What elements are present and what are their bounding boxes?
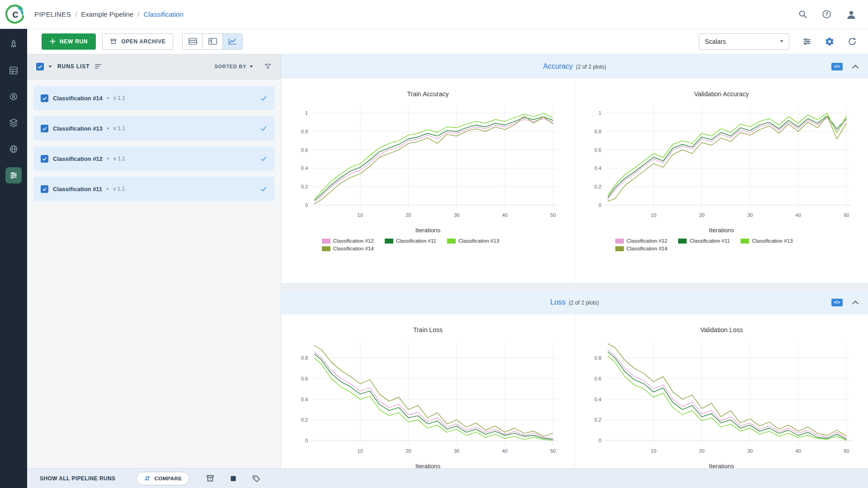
- metric-view-select[interactable]: Scalars: [699, 33, 789, 50]
- svg-text:10: 10: [651, 212, 656, 218]
- section-title: Loss: [550, 298, 566, 306]
- run-name: Classification #12: [53, 155, 103, 162]
- plot-area[interactable]: 102030405000.20.40.60.81: [290, 101, 566, 226]
- legend-item[interactable]: Classification #12: [322, 238, 374, 244]
- legend-label: Classification #11: [396, 238, 436, 244]
- legend-swatch: [678, 239, 687, 244]
- legend-label: Classification #14: [627, 246, 667, 251]
- sorted-by-caret-icon: [250, 66, 253, 68]
- run-item[interactable]: Classification #12 v 1.1: [33, 146, 274, 171]
- avatar-icon: [845, 9, 857, 20]
- archive-icon: [110, 38, 117, 45]
- rail-item-datasets[interactable]: [5, 115, 22, 131]
- series-line: [608, 343, 846, 436]
- open-archive-button[interactable]: OPEN ARCHIVE: [102, 33, 173, 50]
- show-all-pipeline-runs-link[interactable]: SHOW ALL PIPELINE RUNS: [40, 475, 115, 482]
- legend-item[interactable]: Classification #14: [322, 246, 374, 251]
- rail-item-reports[interactable]: [5, 62, 22, 79]
- rail-item-hyper-datasets[interactable]: [5, 141, 22, 157]
- clearml-logo[interactable]: C: [4, 5, 27, 24]
- check-icon: [42, 156, 47, 161]
- table-view-toggle[interactable]: [183, 34, 203, 49]
- run-item[interactable]: Classification #14 v 1.1: [33, 86, 274, 110]
- auto-refresh-button[interactable]: [847, 37, 857, 47]
- column-settings-icon[interactable]: [94, 63, 102, 70]
- svg-text:0: 0: [599, 202, 601, 208]
- run-checkbox[interactable]: [41, 155, 48, 163]
- collapse-chevron-icon[interactable]: [852, 300, 859, 305]
- breadcrumb-current: Classification: [143, 10, 183, 18]
- legend-item[interactable]: Classification #13: [741, 238, 793, 244]
- embed-code-icon[interactable]: </>: [831, 63, 843, 70]
- sorted-by-control[interactable]: SORTED BY: [215, 64, 253, 69]
- rail-item-dashboard[interactable]: [5, 36, 22, 52]
- abort-stop-icon[interactable]: [229, 474, 237, 483]
- svg-text:0.8: 0.8: [301, 129, 307, 134]
- separator-dot: [107, 127, 109, 129]
- plot-canvas[interactable]: 102030405000.20.40.60.8: [290, 337, 566, 460]
- side-nav-rail: [0, 29, 27, 488]
- top-header: C PIPELINES / Example Pipeline / Classif…: [0, 0, 868, 29]
- globe-icon: [8, 144, 19, 155]
- series-line: [608, 352, 846, 440]
- embed-code-icon[interactable]: </>: [831, 299, 843, 306]
- collapse-chevron-icon[interactable]: [852, 64, 859, 69]
- run-item[interactable]: Classification #11 v 1.1: [33, 177, 274, 201]
- svg-text:0: 0: [305, 202, 307, 208]
- tag-icon[interactable]: [252, 474, 261, 483]
- table-report-icon: [8, 65, 19, 76]
- plot-canvas[interactable]: 102030405000.20.40.60.8: [584, 337, 859, 460]
- validation-accuracy-chart: Validation Accuracy 102030405000.20.40.6…: [575, 79, 868, 283]
- legend-swatch: [615, 239, 624, 244]
- help-button[interactable]: ?: [821, 9, 832, 19]
- split-view-toggle[interactable]: [203, 34, 222, 49]
- svg-text:0: 0: [305, 438, 307, 443]
- section-divider: [281, 283, 868, 290]
- plot-area[interactable]: 102030405000.20.40.60.8: [584, 337, 859, 462]
- filter-funnel-icon[interactable]: [264, 63, 272, 70]
- run-checkbox[interactable]: [41, 94, 48, 102]
- series-line: [314, 116, 553, 204]
- run-checkbox[interactable]: [41, 125, 48, 132]
- model-icon: [8, 91, 19, 102]
- plot-area[interactable]: 102030405000.20.40.60.81: [584, 101, 859, 226]
- plot-canvas[interactable]: 102030405000.20.40.60.81: [584, 101, 859, 224]
- profile-button[interactable]: [845, 9, 857, 20]
- pipelines-sliders-icon: [9, 170, 19, 180]
- new-run-button[interactable]: NEW RUN: [42, 33, 96, 50]
- svg-text:50: 50: [550, 448, 556, 454]
- search-button[interactable]: [797, 9, 808, 19]
- plus-icon: [50, 38, 56, 44]
- plot-settings-button[interactable]: [802, 37, 812, 47]
- plot-area[interactable]: 102030405000.20.40.60.8: [290, 337, 566, 462]
- legend-item[interactable]: Classification #11: [385, 238, 436, 244]
- run-version: v 1.1: [113, 125, 125, 131]
- legend-item[interactable]: Classification #14: [615, 246, 667, 251]
- rail-item-models[interactable]: [5, 89, 22, 105]
- select-all-caret-icon[interactable]: [48, 66, 52, 68]
- breadcrumb-pipelines[interactable]: PIPELINES: [34, 10, 71, 18]
- select-all-checkbox[interactable]: [36, 63, 44, 70]
- settings-button[interactable]: [825, 37, 835, 47]
- archive-icon[interactable]: [206, 474, 215, 483]
- run-item[interactable]: Classification #13 v 1.1: [33, 116, 274, 141]
- check-icon: [42, 126, 47, 131]
- svg-text:C: C: [13, 10, 19, 19]
- breadcrumb-project[interactable]: Example Pipeline: [81, 10, 133, 18]
- separator-dot: [107, 97, 109, 99]
- refresh-icon: [847, 37, 857, 47]
- plot-canvas[interactable]: 102030405000.20.40.60.81: [290, 101, 566, 224]
- rail-item-pipelines[interactable]: [5, 167, 22, 183]
- run-checkbox[interactable]: [41, 185, 48, 193]
- svg-text:40: 40: [502, 448, 507, 454]
- legend-item[interactable]: Classification #12: [615, 238, 667, 244]
- chart-view-toggle[interactable]: [222, 34, 242, 49]
- legend-item[interactable]: Classification #11: [678, 238, 730, 244]
- compare-button[interactable]: COMPARE: [136, 472, 189, 485]
- breadcrumb-separator: /: [137, 10, 139, 18]
- legend-item[interactable]: Classification #13: [447, 238, 499, 244]
- run-name: Classification #13: [53, 125, 103, 132]
- svg-text:0.8: 0.8: [301, 355, 307, 361]
- compare-label: COMPARE: [154, 476, 182, 481]
- svg-text:20: 20: [406, 212, 411, 218]
